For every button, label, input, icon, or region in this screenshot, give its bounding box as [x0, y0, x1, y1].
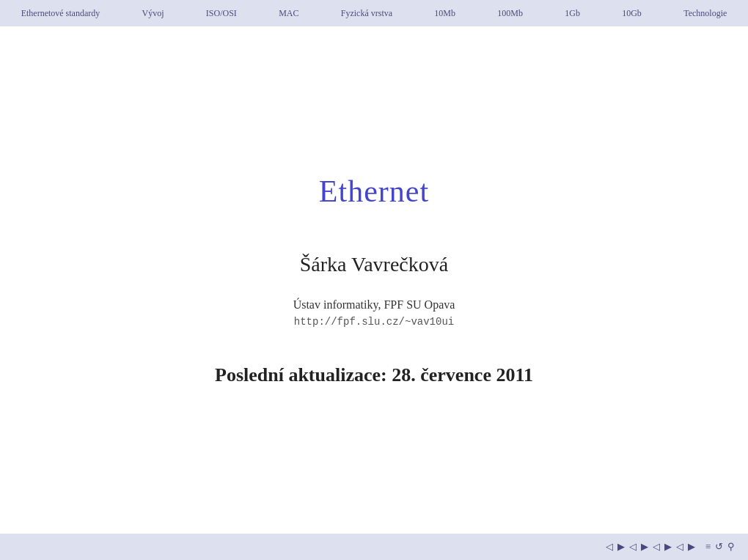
author-name: Šárka Vavrečková: [300, 253, 448, 276]
slide-title: Ethernet: [319, 174, 429, 209]
nav-item-iso-osi[interactable]: ISO/OSI: [203, 7, 240, 21]
slide-content: Ethernet Šárka Vavrečková Ústav informat…: [0, 26, 748, 534]
navigation-icons: ◁ ▶ ◁ ▶ ◁ ▶ ◁ ▶ ≡ ↺ ⚲: [604, 540, 736, 553]
nav-item-fyzicka-vrstva[interactable]: Fyzická vrstva: [338, 7, 395, 21]
nav-next-icon[interactable]: ▶: [639, 540, 650, 553]
nav-item-vyvoj[interactable]: Vývoj: [139, 7, 167, 21]
nav-prev-section-icon[interactable]: ▶: [616, 540, 626, 553]
affiliation: Ústav informatiky, FPF SU Opava: [293, 298, 455, 312]
last-update-label: Poslední aktualizace:: [215, 364, 392, 386]
nav-item-100mb[interactable]: 100Mb: [494, 7, 526, 21]
nav-prev-icon[interactable]: ◁: [628, 540, 638, 553]
last-update-value: 28. července 2011: [392, 364, 533, 386]
top-navigation: Ethernetové standardyVývojISO/OSIMACFyzi…: [0, 0, 748, 26]
nav-prev2-icon[interactable]: ◁: [651, 540, 661, 553]
bottom-navigation: ◁ ▶ ◁ ▶ ◁ ▶ ◁ ▶ ≡ ↺ ⚲: [0, 534, 748, 560]
nav-next3-icon[interactable]: ▶: [686, 540, 697, 553]
last-update: Poslední aktualizace: 28. července 2011: [215, 364, 533, 386]
nav-item-mac[interactable]: MAC: [276, 7, 301, 21]
nav-item-10mb[interactable]: 10Mb: [431, 7, 458, 21]
url: http://fpf.slu.cz/~vav10ui: [294, 316, 454, 328]
nav-item-ethernet-standards[interactable]: Ethernetové standardy: [18, 7, 103, 21]
nav-item-10gb[interactable]: 10Gb: [619, 7, 645, 21]
nav-item-1gb[interactable]: 1Gb: [562, 7, 583, 21]
nav-item-technologie[interactable]: Technologie: [681, 7, 730, 21]
nav-prev3-icon[interactable]: ◁: [675, 540, 685, 553]
nav-refresh-icon[interactable]: ↺: [714, 540, 725, 553]
nav-next2-icon[interactable]: ▶: [663, 540, 673, 553]
nav-search-icon[interactable]: ⚲: [726, 540, 736, 553]
nav-menu-icon[interactable]: ≡: [704, 540, 712, 553]
nav-first-icon[interactable]: ◁: [604, 540, 615, 553]
